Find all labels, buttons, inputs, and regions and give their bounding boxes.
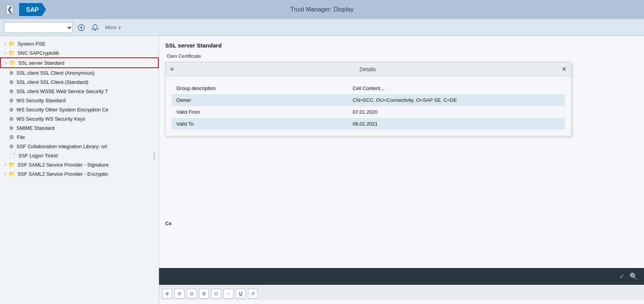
circle-x-icon: ⊗ xyxy=(9,79,14,85)
circle-x-icon: ⊗ xyxy=(9,125,14,131)
sidebar-item-ssl-client-anon[interactable]: ⊗ SSL client SSL Client (Anonymous) xyxy=(0,68,159,77)
sidebar-item-label: SSL server Standard xyxy=(18,60,64,66)
table-row: Owner CN=SCC, OU=Connectivity, O=SAP SE,… xyxy=(172,94,565,106)
sidebar-item-label: WS Security WS Security Keys xyxy=(16,116,85,122)
fit-button[interactable]: ⊟ xyxy=(187,289,197,299)
circle-x-icon: ⊗ xyxy=(9,116,14,122)
sidebar-item-ssf-collab[interactable]: ⊗ SSF Collaboration Integration Library:… xyxy=(0,142,159,151)
details-header-left: ≡ xyxy=(170,66,174,73)
table-row: Valid From 07.01.2020 xyxy=(172,106,565,118)
row-value: CN=SCC, OU=Connectivity, O=SAP SE, C=DE xyxy=(348,94,565,106)
sidebar-item-label: SSF SAML2 Service Provider - Signature xyxy=(18,162,109,168)
more-label: More xyxy=(105,25,117,30)
page-title: Trust Manager: Display xyxy=(291,6,354,13)
row-value: 06.01.2021 xyxy=(348,118,565,130)
zoom-in-button[interactable]: ⊕ xyxy=(162,289,172,299)
arrow-left-button[interactable]: ← xyxy=(223,289,233,299)
bottom-icon-toolbar: ⊕ ⊖ ⊟ ⊞ ⊡ ← U ↺ xyxy=(159,286,644,300)
sidebar-item-ws-std[interactable]: ⊗ WS Security Standard xyxy=(0,96,159,105)
folder-icon: 📁 xyxy=(9,60,16,66)
sidebar-item-label: SSL client WSSE Web Service Security T xyxy=(16,88,108,94)
expand-arrow: › xyxy=(5,60,7,65)
row-value: Cell Content... xyxy=(348,82,565,94)
folder-icon: 📁 xyxy=(8,171,15,177)
details-header: ≡ Details ✕ xyxy=(166,62,571,76)
toolbar-bar: More ∨ xyxy=(0,19,644,36)
sidebar-item-system-pse[interactable]: › 📁 System PSE xyxy=(0,39,159,48)
sidebar: › 📁 System PSE › 📁 SNC SAPCryptolib › 📁 … xyxy=(0,36,159,304)
hamburger-icon[interactable]: ≡ xyxy=(170,66,174,73)
search-icon[interactable]: 🔍 xyxy=(629,272,638,281)
circle-x-icon: ⊗ xyxy=(9,88,14,94)
circle-x-icon: ⊗ xyxy=(9,106,14,113)
main-layout: › 📁 System PSE › 📁 SNC SAPCryptolib › 📁 … xyxy=(0,36,644,304)
sidebar-item-label: WS Security Standard xyxy=(16,98,66,103)
sidebar-item-label: SSF Logon Ticket xyxy=(18,153,58,159)
sidebar-item-ws-other[interactable]: ⊗ WS Security Other System Encryption Ce xyxy=(0,105,159,114)
zoom-reset-button[interactable]: ⊞ xyxy=(199,289,209,299)
sidebar-item-ssl-server-standard[interactable]: › 📁 SSL server Standard xyxy=(0,57,159,68)
sidebar-item-smime[interactable]: ⊗ SMIME Standard xyxy=(0,123,159,132)
close-button[interactable]: ✕ xyxy=(562,65,567,73)
row-label: Group description xyxy=(172,82,348,94)
sidebar-item-ssl-client-wsse[interactable]: ⊗ SSL client WSSE Web Service Security T xyxy=(0,87,159,96)
details-body: Group description Cell Content... Owner … xyxy=(166,76,571,136)
content-area: SSL server Standard Own Certificate ≡ De… xyxy=(159,36,644,304)
row-value: 07.01.2020 xyxy=(348,106,565,118)
table-row: Group description Cell Content... xyxy=(172,82,565,94)
toolbar-select[interactable] xyxy=(4,22,73,33)
sidebar-item-ssf-saml2-sig[interactable]: › 📁 SSF SAML2 Service Provider - Signatu… xyxy=(0,160,159,169)
sidebar-item-ssf-saml2-enc[interactable]: › 📁 SSF SAML2 Service Provider - Encrypt… xyxy=(0,169,159,178)
tools-icon-2[interactable] xyxy=(90,22,100,33)
more-button[interactable]: More ∨ xyxy=(105,25,122,30)
svg-text:SAP: SAP xyxy=(26,7,39,13)
sidebar-item-label: SSL client SSL Client (Anonymous) xyxy=(16,70,95,76)
sidebar-item-label: WS Security Other System Encryption Ce xyxy=(16,107,108,113)
sidebar-item-label: SSL client SSL Client (Standard) xyxy=(16,79,89,85)
sidebar-item-label: SSF SAML2 Service Provider - Encryptio xyxy=(18,171,108,177)
expand-arrow: › xyxy=(5,41,6,46)
more-chevron: ∨ xyxy=(118,25,122,30)
own-certificate-label: Own Certificate xyxy=(165,53,638,59)
section-title: SSL server Standard xyxy=(165,42,638,49)
details-panel-title: Details xyxy=(174,66,562,72)
sidebar-item-label: File xyxy=(17,134,25,140)
cert-section-label: Ce xyxy=(165,221,172,226)
back-button[interactable]: ❮ xyxy=(6,5,13,15)
folder-icon: 📁 xyxy=(8,41,15,47)
checkmark-icon[interactable]: ✓ xyxy=(619,272,625,281)
row-label: Valid From xyxy=(172,106,348,118)
underline-button[interactable]: U xyxy=(236,289,246,299)
circle-x-icon: ⊗ xyxy=(9,143,14,149)
zoom-area-button[interactable]: ⊡ xyxy=(211,289,221,299)
expand-arrow: › xyxy=(5,172,6,176)
sidebar-item-ssf-logon[interactable]: 📄 SSF Logon Ticket ⋮ xyxy=(0,151,159,160)
cert-section: Ce xyxy=(165,221,638,226)
folder-icon: 📁 xyxy=(8,162,15,168)
folder-icon: 📁 xyxy=(8,50,15,56)
sidebar-item-file[interactable]: ⚙ File xyxy=(0,132,159,142)
expand-arrow: › xyxy=(5,162,6,167)
tools-icon-1[interactable] xyxy=(76,22,87,33)
sidebar-item-snc[interactable]: › 📁 SNC SAPCryptolib xyxy=(0,48,159,57)
sidebar-item-ws-keys[interactable]: ⊗ WS Security WS Security Keys xyxy=(0,114,159,123)
sap-logo-text: SAP xyxy=(19,3,46,16)
resize-handle: ⋮ xyxy=(150,151,157,160)
gear-icon: ⚙ xyxy=(9,134,14,140)
sidebar-item-label: SNC SAPCryptolib xyxy=(18,50,59,56)
sap-logo: SAP xyxy=(19,3,46,16)
refresh-button[interactable]: ↺ xyxy=(248,289,258,299)
bottom-toolbar: ✓ 🔍 xyxy=(159,268,644,285)
sidebar-item-label: System PSE xyxy=(18,41,46,47)
circle-x-icon: ⊗ xyxy=(9,70,14,76)
sidebar-item-label: SSF Collaboration Integration Library: o… xyxy=(16,144,107,149)
row-label: Owner xyxy=(172,94,348,106)
details-panel: ≡ Details ✕ Group description Cell Conte… xyxy=(165,62,572,136)
file-icon: 📄 xyxy=(9,152,16,159)
zoom-out-button[interactable]: ⊖ xyxy=(174,289,184,299)
row-label: Valid To xyxy=(172,118,348,130)
sidebar-item-label: SMIME Standard xyxy=(16,125,54,131)
table-row: Valid To 06.01.2021 xyxy=(172,118,565,130)
circle-x-icon: ⊗ xyxy=(9,97,14,103)
sidebar-item-ssl-client-std[interactable]: ⊗ SSL client SSL Client (Standard) xyxy=(0,77,159,87)
